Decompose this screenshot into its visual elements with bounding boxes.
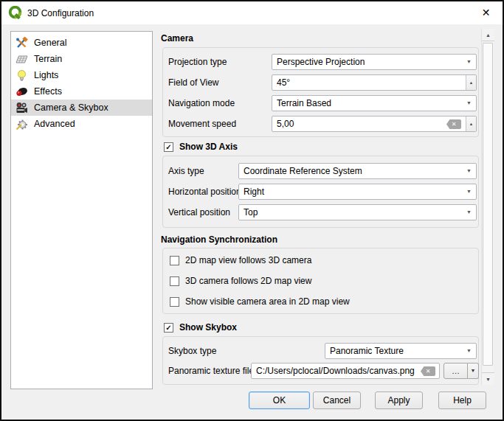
vertical-position-label: Vertical position xyxy=(168,204,230,220)
projection-type-label: Projection type xyxy=(168,54,227,70)
scroll-up-icon[interactable]: ▲ xyxy=(482,29,494,41)
sidebar-item-label: Lights xyxy=(34,70,58,80)
sidebar-item-label: Effects xyxy=(34,86,62,97)
clear-value-icon[interactable]: ✕ xyxy=(446,119,461,129)
selected-value: Top xyxy=(244,207,258,218)
selected-value: Right xyxy=(244,187,264,197)
sidebar-item-terrain[interactable]: Terrain xyxy=(11,51,152,67)
spin-down-icon[interactable]: ▼ xyxy=(466,90,476,91)
sidebar-item-label: General xyxy=(34,38,66,48)
apply-button[interactable]: Apply xyxy=(375,392,423,409)
2d-follows-3d-label: 2D map view follows 3D camera xyxy=(185,255,311,265)
movement-speed-input[interactable] xyxy=(277,116,446,131)
spin-down-icon[interactable]: ▼ xyxy=(466,131,476,132)
browse-dropdown-icon[interactable]: ▼ xyxy=(468,363,479,379)
sidebar-item-lights[interactable]: Lights xyxy=(11,67,152,83)
checkbox-unchecked[interactable] xyxy=(170,276,179,286)
field-of-view-spinbox[interactable]: ▲ ▼ xyxy=(272,74,477,91)
chevron-down-icon: ▼ xyxy=(466,344,472,358)
show-3d-axis-checkbox[interactable]: ✓ Show 3D Axis xyxy=(164,141,238,153)
panoramic-texture-file-label: Panoramic texture file xyxy=(168,363,254,379)
horizontal-position-select[interactable]: Right ▼ xyxy=(238,184,477,200)
chevron-down-icon: ▼ xyxy=(466,96,472,111)
lightbulb-icon xyxy=(15,69,28,82)
navigation-mode-select[interactable]: Terrain Based ▼ xyxy=(272,95,477,111)
movement-speed-spinbox[interactable]: ✕ ▲ ▼ xyxy=(272,116,477,132)
sidebar-item-advanced[interactable]: Advanced xyxy=(11,116,152,132)
navigation-mode-label: Navigation mode xyxy=(168,95,235,111)
camera-skybox-settings-panel: Camera Projection type Perspective Proje… xyxy=(159,29,481,386)
horizontal-position-label: Horizontal position xyxy=(168,184,241,200)
spinner-buttons[interactable]: ▲ ▼ xyxy=(466,116,476,131)
browse-file-splitbutton[interactable]: … ▼ xyxy=(443,363,479,379)
selected-value: Coordinate Reference System xyxy=(244,166,362,176)
camera-section-title: Camera xyxy=(161,33,193,44)
help-button[interactable]: Help xyxy=(438,392,486,409)
vertical-position-select[interactable]: Top ▼ xyxy=(238,204,477,220)
terrain-icon xyxy=(15,53,28,66)
sidebar-item-label: Advanced xyxy=(34,119,75,129)
gear-wrench-icon xyxy=(15,118,28,131)
vertical-scrollbar[interactable]: ▲ ▼ xyxy=(481,29,494,385)
qgis-logo-icon xyxy=(8,6,22,20)
chevron-down-icon: ▼ xyxy=(466,184,472,199)
navigation-sync-section-title: Navigation Synchronization xyxy=(161,234,277,245)
sidebar-item-effects[interactable]: Effects xyxy=(11,83,152,100)
tools-icon xyxy=(15,37,28,49)
selected-value: Terrain Based xyxy=(277,98,331,108)
panoramic-texture-file-field[interactable]: ✕ xyxy=(251,363,440,379)
checkbox-unchecked[interactable] xyxy=(170,256,179,265)
show-visible-area-label: Show visible camera area in 2D map view xyxy=(185,296,350,307)
cancel-button[interactable]: Cancel xyxy=(313,392,361,409)
chevron-down-icon: ▼ xyxy=(466,164,472,178)
checkbox-checked[interactable]: ✓ xyxy=(164,142,173,152)
show-skybox-label: Show Skybox xyxy=(179,322,237,333)
scroll-down-icon[interactable]: ▼ xyxy=(482,372,494,385)
field-of-view-input[interactable] xyxy=(277,75,464,90)
selected-value: Panoramic Texture xyxy=(330,346,404,356)
video-camera-icon xyxy=(15,102,28,114)
skybox-type-label: Skybox type xyxy=(168,343,216,359)
sidebar-item-camera-skybox[interactable]: Camera & Skybox xyxy=(11,100,152,116)
sidebar-item-general[interactable]: General xyxy=(11,35,152,51)
2d-follows-3d-checkbox[interactable]: 2D map view follows 3D camera xyxy=(170,254,311,266)
dialog-content: General Terrain Lights xyxy=(1,24,503,420)
browse-button[interactable]: … xyxy=(443,363,468,379)
3d-follows-2d-label: 3D camera follows 2D map view xyxy=(185,276,311,286)
3d-follows-2d-checkbox[interactable]: 3D camera follows 2D map view xyxy=(170,275,311,287)
movement-speed-label: Movement speed xyxy=(168,116,236,132)
scrollbar-thumb[interactable] xyxy=(483,43,493,366)
window-title: 3D Configuration xyxy=(27,8,94,18)
show-skybox-checkbox[interactable]: ✓ Show Skybox xyxy=(164,321,237,333)
sidebar-item-label: Terrain xyxy=(34,54,62,64)
projection-type-select[interactable]: Perspective Projection ▼ xyxy=(272,54,477,70)
check-icon: ✓ xyxy=(165,143,171,151)
settings-category-list: General Terrain Lights xyxy=(10,31,153,389)
spinner-buttons[interactable]: ▲ ▼ xyxy=(466,75,476,90)
checkbox-unchecked[interactable] xyxy=(170,297,179,307)
axis-type-select[interactable]: Coordinate Reference System ▼ xyxy=(238,163,477,179)
chevron-down-icon: ▼ xyxy=(466,205,472,220)
checkbox-checked[interactable]: ✓ xyxy=(164,323,173,333)
show-visible-area-checkbox[interactable]: Show visible camera area in 2D map view xyxy=(170,296,350,307)
effects-icon xyxy=(15,86,28,98)
close-icon[interactable]: ✕ xyxy=(469,1,503,24)
field-of-view-label: Field of View xyxy=(168,74,218,91)
3d-configuration-dialog: 3D Configuration ✕ General Terrain xyxy=(0,0,504,421)
spin-up-icon[interactable]: ▲ xyxy=(466,75,476,90)
spin-up-icon[interactable]: ▲ xyxy=(466,116,476,131)
chevron-down-icon: ▼ xyxy=(466,55,472,69)
panoramic-texture-file-input[interactable] xyxy=(256,363,418,378)
check-icon: ✓ xyxy=(165,324,171,332)
show-3d-axis-label: Show 3D Axis xyxy=(179,142,238,152)
ok-button[interactable]: OK xyxy=(249,392,310,409)
clear-value-icon[interactable]: ✕ xyxy=(421,366,435,376)
axis-type-label: Axis type xyxy=(168,163,204,179)
skybox-type-select[interactable]: Panoramic Texture ▼ xyxy=(325,343,477,359)
selected-value: Perspective Projection xyxy=(277,57,365,67)
title-bar: 3D Configuration ✕ xyxy=(1,1,503,24)
sidebar-item-label: Camera & Skybox xyxy=(34,102,108,113)
